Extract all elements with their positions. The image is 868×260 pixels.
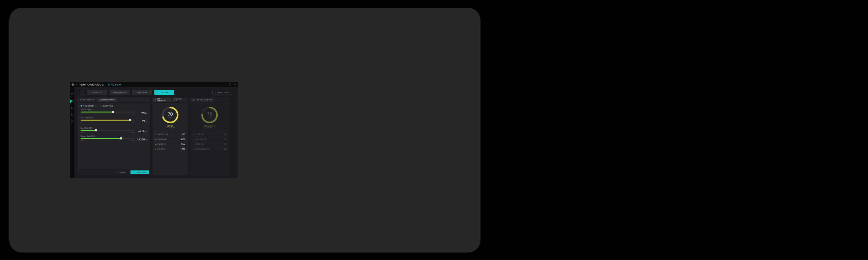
scale-mid: 0 xyxy=(107,132,107,133)
rail-icon-3[interactable] xyxy=(71,107,73,109)
slider-fill xyxy=(81,111,113,112)
profile-performance[interactable]: PERFORMANCE xyxy=(110,90,130,95)
memory-gauge-unit: GB xyxy=(208,117,211,118)
slider-handle[interactable] xyxy=(112,111,114,113)
gpu-panel: GPU OVERVIEW ADVANCED VIEW 70 % xyxy=(153,98,188,175)
profile-custom[interactable]: CUSTOM xyxy=(154,90,174,95)
gpu-gauge-value: 70 xyxy=(168,111,173,117)
temp-slider-track[interactable] xyxy=(81,120,134,121)
tab-gpu-overview-label: GPU OVERVIEW xyxy=(157,98,168,102)
info-icon[interactable]: ⓘ xyxy=(114,105,115,107)
gpu-gauge-title: GPU xyxy=(167,125,173,127)
back-button[interactable]: ‹ xyxy=(76,83,77,86)
gpu-gauge-unit: % xyxy=(169,117,171,118)
tab-cpu-overview[interactable]: CPU OVERVIEW xyxy=(78,98,97,102)
stat-label-text: IN USE (GB) xyxy=(195,133,204,135)
stat-value: 33 xyxy=(224,138,226,140)
preset-icon: ⟳ xyxy=(215,91,216,93)
tab-advanced-view-label: ADVANCED VIEW xyxy=(101,99,114,101)
mem-value: +1250MHZ xyxy=(137,138,147,141)
tab-gpu-advanced[interactable]: ADVANCED VIEW xyxy=(171,98,188,102)
profile-overdrive[interactable]: OVERDRIVE xyxy=(132,90,152,95)
radio-smart-tune-label: SMART TUNE xyxy=(103,105,113,107)
temp-value: 72°C xyxy=(137,120,147,123)
stat-label-text: AVAILABLE (GB) xyxy=(195,138,207,140)
core-slider-track[interactable] xyxy=(81,130,134,131)
preset-specs-button[interactable]: ⟳ PRESET SPECS xyxy=(212,90,232,95)
stat-value: 50° xyxy=(182,133,185,135)
stat-value: 6800 xyxy=(180,138,185,140)
slider-label: Power Limit (%) xyxy=(81,109,147,110)
gpu-gauge-subtitle: UTILIZATION xyxy=(165,127,175,129)
stat-row: ⎓WIRED (GB)18 xyxy=(193,142,226,147)
gpu-gauge-wrap: 70 % GPU UTILIZATION xyxy=(153,103,188,129)
stat-value: 18 xyxy=(224,143,226,145)
stat-row: ▤COMPRESSED (GB)38 xyxy=(193,147,226,152)
mem-slider-track[interactable] xyxy=(81,138,134,139)
panels-row: CPU OVERVIEW ADVANCED VIEW FIXED OFFSETⓘ… xyxy=(78,98,235,175)
revert-button[interactable]: ↺REVERT xyxy=(115,170,129,174)
slider-label: Memory Clock (MHz) xyxy=(81,135,147,137)
stat-label-text: FAN (RPM) xyxy=(157,148,165,150)
tab-memory-overview[interactable]: ▦ MEMORY OVERVIEW xyxy=(190,98,215,102)
stat-label-text: COMPRESSED (GB) xyxy=(195,148,210,150)
title-page: SYSTEM xyxy=(108,83,122,86)
memory-gauge-title: MEMORY xyxy=(204,125,215,127)
profile-balanced[interactable]: BALANCED xyxy=(87,90,107,95)
scale-max: +1000 xyxy=(131,132,134,133)
scale-max: +2500 xyxy=(131,140,134,141)
maximize-button[interactable]: ▢ xyxy=(229,83,231,86)
stat-label-text: POWER (W) xyxy=(157,143,166,145)
app-window: ‹ PERFORMANCE | SYSTEM – ▢ ✕ ‹ BALANCED … xyxy=(70,82,238,178)
slider-handle[interactable] xyxy=(129,119,131,121)
tab-memory-label: MEMORY OVERVIEW xyxy=(196,99,212,101)
temp-icon: 🌡 xyxy=(155,134,157,135)
stat-row: ✳FAN (RPM)1500 xyxy=(155,147,185,152)
app-logo-icon xyxy=(72,84,74,86)
profiles-row: ‹ BALANCED PERFORMANCE OVERDRIVE CUSTOM … xyxy=(74,87,238,98)
rail-icon-1[interactable] xyxy=(71,93,73,95)
profiles-prev-button[interactable]: ‹ xyxy=(80,90,85,95)
test-save-button[interactable]: ✓TEST & SAVE xyxy=(130,170,149,174)
stat-row: 🌡TEMP (°C | °F)50° xyxy=(155,132,185,137)
scale-max: 90 xyxy=(133,122,134,123)
tab-advanced-view[interactable]: ADVANCED VIEW xyxy=(97,98,117,102)
slider-handle[interactable] xyxy=(120,137,122,139)
scale-min: -2500 xyxy=(81,140,84,141)
memory-gauge-subtitle: SPEED xyxy=(207,127,212,129)
minimize-button[interactable]: – xyxy=(225,83,226,86)
titlebar: ‹ PERFORMANCE | SYSTEM – ▢ ✕ xyxy=(70,82,238,87)
slider-memory-clock: Memory Clock (MHz) -25000+2500 +1250M xyxy=(81,135,147,141)
save-label: TEST & SAVE xyxy=(136,171,146,173)
power-value: 75% xyxy=(137,111,147,115)
memory-panel: ▦ MEMORY OVERVIEW 75 GB xyxy=(190,98,229,175)
radio-fixed-offset[interactable]: FIXED OFFSETⓘ xyxy=(81,105,97,107)
close-button[interactable]: ✕ xyxy=(234,83,236,86)
fan-icon: ✳ xyxy=(155,149,157,150)
power-slider-track[interactable] xyxy=(81,111,134,112)
stat-row: ▦VRAM (MHZ)6800 xyxy=(155,137,185,142)
title-separator: | xyxy=(106,84,106,86)
radio-dot-icon xyxy=(100,105,102,107)
gpu-stats: 🌡TEMP (°C | °F)50° ▦VRAM (MHZ)6800 ⚡POWE… xyxy=(153,132,188,152)
rail-icon-4[interactable] xyxy=(71,114,73,116)
slider-fill xyxy=(81,120,130,121)
rail-icon-performance[interactable] xyxy=(71,100,73,102)
slider-label: Temp Limit (°C/°F) xyxy=(81,117,147,119)
window-controls: – ▢ ✕ xyxy=(225,83,236,86)
slider-handle[interactable] xyxy=(95,129,97,131)
memory-gauge: 75 GB xyxy=(200,106,219,124)
stat-value: 55.4 xyxy=(181,143,185,145)
wired-icon: ⎓ xyxy=(193,143,194,145)
stat-label-text: VRAM (MHZ) xyxy=(157,138,167,140)
memory-icon: ▦ xyxy=(193,99,194,101)
revert-icon: ↺ xyxy=(118,171,119,173)
info-icon[interactable]: ⓘ xyxy=(95,105,97,107)
gpu-tabs: GPU OVERVIEW ADVANCED VIEW xyxy=(153,98,188,103)
tab-gpu-overview[interactable]: GPU OVERVIEW xyxy=(153,98,171,102)
stat-row: ◧IN USE (GB)90 xyxy=(193,132,226,137)
radio-smart-tune[interactable]: SMART TUNEⓘ xyxy=(100,105,115,107)
cpu-panel: CPU OVERVIEW ADVANCED VIEW FIXED OFFSETⓘ… xyxy=(78,98,150,175)
rail-icon-5[interactable] xyxy=(71,121,73,122)
slider-label: Core Clock (MHz) xyxy=(81,127,147,129)
